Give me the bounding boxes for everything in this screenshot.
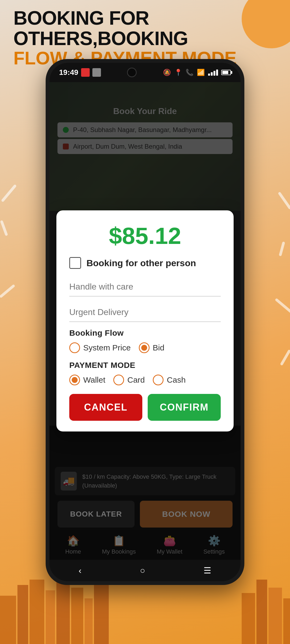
svg-rect-8 [242, 593, 255, 644]
status-icon-red [81, 68, 90, 77]
urgent-delivery-input[interactable] [69, 303, 221, 322]
radio-label-system-price: System Price [83, 343, 131, 352]
handle-care-input[interactable] [69, 277, 221, 297]
status-icon-gray [92, 68, 101, 77]
status-right: 🔕 📍 📞 📶 [163, 69, 231, 76]
signal-bar-2 [211, 72, 213, 76]
mute-icon: 🔕 [163, 69, 171, 76]
svg-rect-2 [30, 580, 44, 644]
status-left: 19:49 [59, 68, 101, 77]
radio-label-bid: Bid [153, 343, 164, 352]
radio-circle-card [113, 375, 124, 385]
status-bar: 19:49 🔕 📍 📞 📶 [49, 63, 241, 82]
radio-circle-cash [153, 375, 164, 385]
svg-rect-1 [17, 585, 28, 644]
radio-circle-wallet [69, 375, 80, 385]
decorative-stroke-3 [0, 284, 15, 298]
signal-bar-3 [213, 71, 215, 76]
svg-rect-10 [269, 588, 282, 644]
booking-other-checkbox[interactable] [69, 257, 81, 269]
status-time: 19:49 [59, 68, 78, 77]
svg-rect-3 [46, 590, 55, 644]
booking-flow-label: Booking Flow [69, 328, 221, 338]
payment-mode-label: PAYMENT MODE [69, 361, 221, 370]
decorative-stroke-1 [1, 184, 17, 202]
confirm-button[interactable]: CONFIRM [148, 394, 221, 421]
recents-button[interactable]: ☰ [204, 565, 211, 576]
decorative-stroke-4 [278, 192, 290, 210]
decorative-stroke-7 [280, 349, 290, 366]
decorative-stroke-5 [279, 241, 285, 257]
phone-inner: 19:49 🔕 📍 📞 📶 [49, 63, 241, 581]
battery-fill [222, 71, 228, 74]
radio-wallet[interactable]: Wallet [69, 375, 105, 385]
radio-bid[interactable]: Bid [139, 342, 164, 353]
modal-overlay: $85.12 Booking for other person Booking … [49, 82, 241, 560]
decorative-stroke-6 [275, 298, 290, 314]
wifi-icon: 📶 [197, 69, 205, 76]
radio-card[interactable]: Card [113, 375, 145, 385]
svg-rect-11 [283, 598, 290, 644]
svg-rect-4 [56, 577, 70, 644]
phone-frame: 19:49 🔕 📍 📞 📶 [46, 59, 244, 585]
home-button[interactable]: ○ [140, 566, 145, 576]
cancel-button[interactable]: CANCEL [69, 394, 142, 421]
svg-rect-6 [85, 598, 93, 644]
radio-dot-bid [141, 345, 147, 351]
camera-notch [127, 68, 137, 77]
signal-bars [208, 69, 218, 76]
svg-rect-9 [256, 580, 267, 644]
radio-dot-wallet [72, 377, 78, 383]
location-icon: 📍 [174, 69, 182, 76]
svg-rect-7 [94, 582, 109, 644]
decorative-stroke-2 [0, 220, 8, 236]
radio-circle-bid [139, 342, 150, 353]
svg-rect-5 [71, 588, 83, 644]
signal-bar-1 [208, 74, 210, 76]
battery-icon [221, 70, 231, 75]
header-line1: BOOKING FOR OTHERS,BOOKING [13, 8, 290, 49]
modal-buttons: CANCEL CONFIRM [69, 394, 221, 421]
radio-cash[interactable]: Cash [153, 375, 186, 385]
booking-other-label: Booking for other person [86, 258, 196, 268]
payment-mode-options: Wallet Card Cash [69, 375, 221, 385]
back-button[interactable]: ‹ [79, 566, 82, 576]
radio-system-price[interactable]: System Price [69, 342, 131, 353]
call-icon: 📞 [186, 69, 194, 76]
modal-card: $85.12 Booking for other person Booking … [56, 210, 234, 431]
booking-other-row: Booking for other person [69, 257, 221, 269]
radio-label-cash: Cash [167, 375, 186, 385]
system-nav: ‹ ○ ☰ [49, 560, 241, 581]
svg-rect-0 [0, 596, 16, 644]
modal-price: $85.12 [69, 222, 221, 250]
radio-label-card: Card [127, 375, 145, 385]
signal-bar-4 [216, 69, 218, 76]
radio-label-wallet: Wallet [83, 375, 105, 385]
radio-circle-system-price [69, 342, 80, 353]
booking-flow-options: System Price Bid [69, 342, 221, 353]
